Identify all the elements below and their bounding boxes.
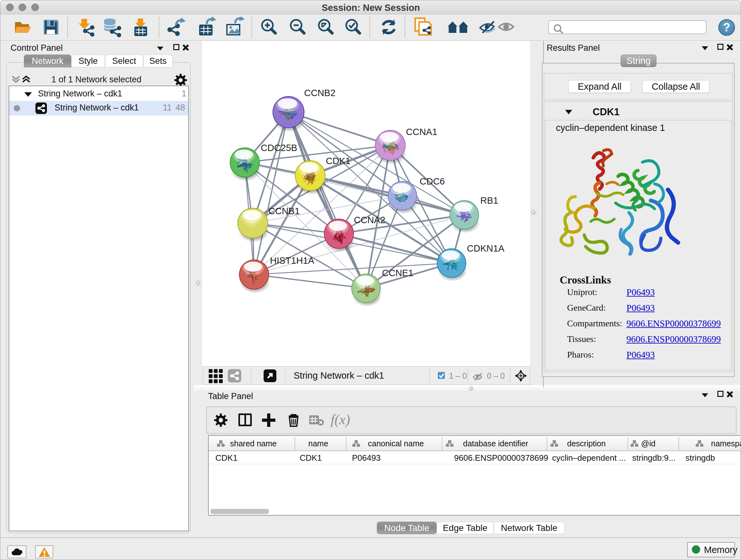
svg-text:CCNE1: CCNE1 xyxy=(382,268,413,278)
svg-text:CDKN1A: CDKN1A xyxy=(467,243,504,253)
svg-text:CDC6: CDC6 xyxy=(420,176,445,186)
svg-text:CDC25B: CDC25B xyxy=(261,143,297,153)
svg-text:CDK1: CDK1 xyxy=(326,156,350,166)
svg-text:CCNB1: CCNB1 xyxy=(268,206,300,216)
svg-text:CCNA1: CCNA1 xyxy=(406,127,437,137)
svg-text:CCNA2: CCNA2 xyxy=(354,215,385,225)
svg-text:RB1: RB1 xyxy=(480,195,498,206)
svg-text:CCNB2: CCNB2 xyxy=(304,88,335,98)
svg-text:HIST1H1A: HIST1H1A xyxy=(270,255,314,266)
